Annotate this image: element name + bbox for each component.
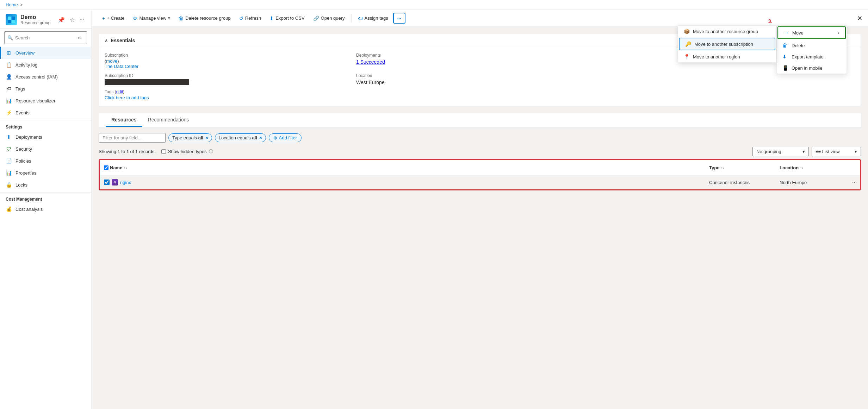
move-to-subscription-item[interactable]: 🔑 Move to another subscription xyxy=(679,38,775,50)
move-to-resource-group-item[interactable]: 📦 Move to another resource group xyxy=(678,26,776,37)
breadcrumb-home[interactable]: Home xyxy=(6,2,18,7)
refresh-button[interactable]: ↺ Refresh xyxy=(236,13,265,23)
search-input-wrap[interactable]: 🔍 « xyxy=(4,31,87,44)
resource-group-name: Demo xyxy=(20,14,50,20)
header-checkbox[interactable] xyxy=(104,165,108,170)
tags-field: Tags (edit) Click here to add tags xyxy=(105,89,352,100)
more-button-container: 1. ··· xyxy=(393,13,405,24)
move-subscription-label: Move to another subscription xyxy=(694,42,753,47)
filter-tag-location-remove[interactable]: × xyxy=(259,135,262,140)
nav-resource-visualizer[interactable]: 📊 Resource visualizer xyxy=(0,95,91,107)
delete-menu-icon: 🗑 xyxy=(782,43,788,48)
resource-group-icon xyxy=(6,14,17,25)
nav-events[interactable]: ⚡ Events xyxy=(0,107,91,119)
nav-overview[interactable]: ⊞ Overview xyxy=(0,47,91,59)
refresh-icon: ↺ xyxy=(239,15,243,21)
breadcrumb-separator: > xyxy=(20,2,23,7)
add-filter-button[interactable]: ⊕ Add filter xyxy=(269,133,302,142)
open-query-button[interactable]: 🔗 Open query xyxy=(310,13,348,23)
create-button[interactable]: + + Create xyxy=(99,13,128,23)
view-select[interactable]: ≡≡ List view ▾ xyxy=(812,147,861,156)
tags-edit-link[interactable]: edit xyxy=(116,89,123,94)
activity-log-icon: 📋 xyxy=(6,62,12,68)
more-button[interactable]: ··· xyxy=(393,13,405,24)
subscription-move-link[interactable]: move xyxy=(106,58,117,64)
export-csv-button[interactable]: ⬇ Export to CSV xyxy=(266,13,308,23)
th-location[interactable]: Location ↑↓ xyxy=(775,163,846,172)
subscription-id-masked xyxy=(105,79,189,85)
sidebar-header-text: Demo Resource group xyxy=(20,14,50,25)
nav-tags-label: Tags xyxy=(16,86,25,92)
nginx-link[interactable]: nginx xyxy=(120,180,131,185)
delete-button[interactable]: 🗑 Delete resource group xyxy=(175,13,234,23)
row-checkbox-nginx[interactable] xyxy=(104,180,110,185)
filter-tag-type-remove[interactable]: × xyxy=(205,135,208,140)
name-sort-icon[interactable]: ↑↓ xyxy=(124,166,127,170)
add-filter-label: Add filter xyxy=(279,135,297,140)
nav-access-control[interactable]: 👤 Access control (IAM) xyxy=(0,71,91,83)
annotation-1: 1. xyxy=(394,10,398,11)
nav-cost-analysis-label: Cost analysis xyxy=(16,207,43,212)
assign-tags-button[interactable]: 🏷 Assign tags xyxy=(354,13,392,23)
move-to-region-item[interactable]: 📍 Move to another region xyxy=(678,51,776,62)
filter-tag-location-label: Location equals all xyxy=(219,135,257,140)
nav-deployments-label: Deployments xyxy=(16,134,42,140)
nav-policies-label: Policies xyxy=(16,158,31,164)
info-icon[interactable]: ⓘ xyxy=(209,149,213,155)
nav-tags[interactable]: 🏷 Tags xyxy=(0,83,91,95)
move-menu-item[interactable]: → Move › xyxy=(777,26,846,39)
toolbar: + + Create ⚙ Manage view ▾ 🗑 Delete reso… xyxy=(92,10,868,27)
close-button[interactable]: ✕ xyxy=(857,14,862,22)
export-template-label: Export template xyxy=(792,54,824,59)
type-sort-icon[interactable]: ↑↓ xyxy=(721,166,724,170)
tab-resources[interactable]: Resources xyxy=(106,113,142,127)
nav-security[interactable]: 🛡 Security xyxy=(0,143,91,155)
delete-menu-item[interactable]: 🗑 Delete xyxy=(777,40,847,51)
nav-activity-log[interactable]: 📋 Activity log xyxy=(0,59,91,71)
add-filter-icon: ⊕ xyxy=(273,135,277,140)
view-chevron: ▾ xyxy=(855,149,857,154)
location-sort-icon[interactable]: ↑↓ xyxy=(800,166,804,170)
row-more-button[interactable]: ··· xyxy=(850,178,859,186)
manage-view-icon: ⚙ xyxy=(133,15,137,21)
main-content: + + Create ⚙ Manage view ▾ 🗑 Delete reso… xyxy=(92,10,868,409)
cost-management-section-title: Cost Management xyxy=(0,192,91,203)
th-location-label: Location xyxy=(780,165,799,170)
th-type[interactable]: Type ↑↓ xyxy=(705,163,775,172)
properties-icon: 📊 xyxy=(6,170,12,176)
filter-tag-location: Location equals all × xyxy=(215,133,266,142)
export-template-menu-item[interactable]: ⬇ Export template xyxy=(777,51,847,62)
grouping-select[interactable]: No grouping ▾ xyxy=(752,147,809,156)
deployments-link[interactable]: 1 Succeeded xyxy=(356,59,385,65)
move-region-label: Move to another region xyxy=(693,54,740,59)
filter-input[interactable] xyxy=(99,133,166,143)
nav-properties[interactable]: 📊 Properties xyxy=(0,167,91,179)
sidebar-header-actions: 📌 ☆ ··· xyxy=(56,15,86,25)
delete-label: Delete resource group xyxy=(185,15,231,21)
tab-recommendations[interactable]: Recommendations xyxy=(142,113,195,127)
show-hidden-checkbox[interactable] xyxy=(161,149,166,154)
pin-button[interactable]: 📌 xyxy=(56,15,66,25)
collapse-sidebar-button[interactable]: « xyxy=(75,33,84,42)
move-submenu: 3. 📦 Move to another resource group 🔑 Mo… xyxy=(678,25,776,63)
subscription-name-link[interactable]: The Data Center xyxy=(105,64,138,69)
favorite-button[interactable]: ☆ xyxy=(68,15,76,25)
move-resource-group-icon: 📦 xyxy=(684,29,689,34)
th-name[interactable]: Name ↑↓ xyxy=(100,163,205,172)
nav-cost-analysis[interactable]: 💰 Cost analysis xyxy=(0,203,91,215)
td-spacer xyxy=(205,176,705,189)
search-input[interactable] xyxy=(15,35,73,40)
nav-deployments[interactable]: ⬆ Deployments xyxy=(0,131,91,143)
nav-policies[interactable]: 📄 Policies xyxy=(0,155,91,167)
manage-view-button[interactable]: ⚙ Manage view ▾ xyxy=(129,13,174,23)
export-csv-icon: ⬇ xyxy=(269,15,274,21)
move-resource-group-label: Move to another resource group xyxy=(693,29,758,34)
open-mobile-menu-item[interactable]: 📱 Open in mobile xyxy=(777,62,847,74)
subscription-label: Subscription xyxy=(105,53,352,58)
more-header-button[interactable]: ··· xyxy=(78,15,86,25)
security-icon: 🛡 xyxy=(6,146,12,152)
nav-locks[interactable]: 🔒 Locks xyxy=(0,179,91,191)
tags-add-link[interactable]: Click here to add tags xyxy=(105,95,149,100)
more-icon: ··· xyxy=(397,15,401,21)
delete-icon: 🗑 xyxy=(179,15,184,21)
